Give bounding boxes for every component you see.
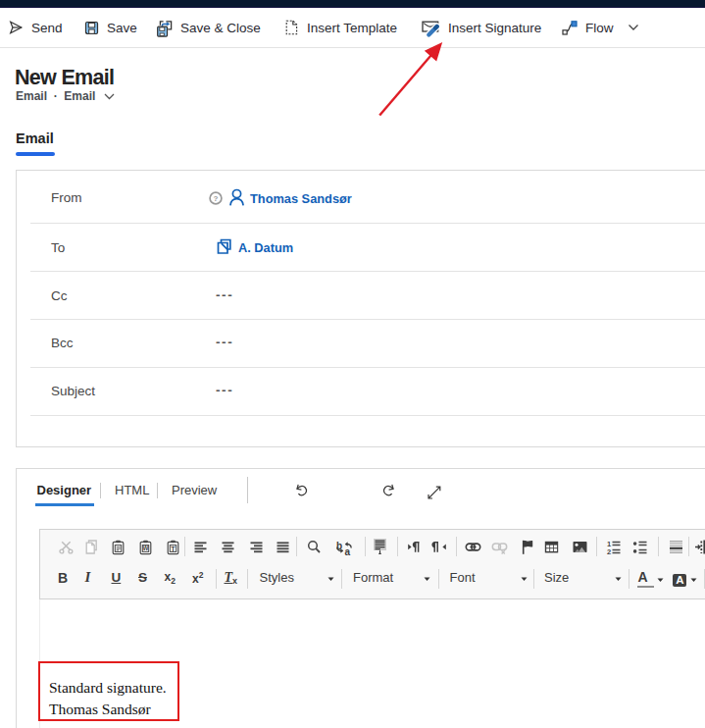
svg-text:2: 2	[607, 546, 611, 554]
svg-text:?: ?	[214, 193, 219, 202]
svg-text:a: a	[345, 546, 351, 556]
svg-text:W: W	[142, 545, 148, 551]
svg-text:T: T	[171, 544, 176, 552]
